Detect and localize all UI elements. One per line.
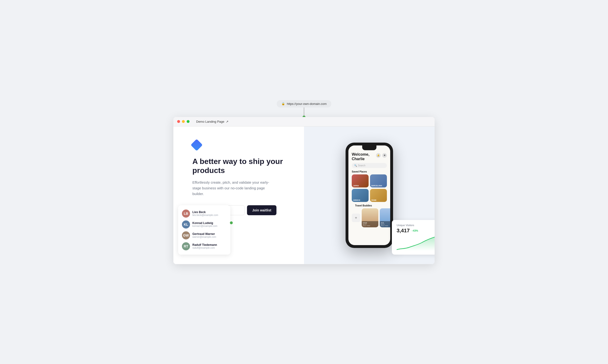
analytics-card: Unique Visitors 3,417 ↑43%: [392, 220, 435, 255]
maximize-dot[interactable]: [187, 120, 189, 123]
phone-screen: Welcome, Charlie 🔔 ⊞ 🔍 Search: [348, 145, 390, 245]
phone-notch: [362, 145, 377, 150]
place-card-barcelona: BARCELONA: [370, 174, 387, 187]
place-card-rome: ROME: [370, 189, 387, 202]
places-grid: JAPAN BARCELONA GREECE ROME: [348, 174, 390, 204]
user-item-3: RT Radulf Tiedemann radulf@example.com: [182, 241, 227, 252]
travel-buddies-section: Travel Buddies + Ashok Age 28 Status: Fr…: [348, 204, 390, 227]
user-item-1: KL Konrad Ludwig konrad.l@example.com: [182, 219, 227, 230]
user-name-1: Konrad Ludwig: [192, 221, 217, 225]
place-label-barcelona: BARCELONA: [371, 185, 382, 186]
user-item-2: GW Gertraud Warner warner@example.com: [182, 230, 227, 241]
buddy-status-jack: Status: Friend: [381, 225, 390, 226]
buddy-card-jack: Jack Age 20 Status: Friend: [380, 208, 390, 227]
user-name-3: Radulf Tiedemann: [192, 243, 217, 247]
landing-content: A better way to ship your products Effor…: [173, 127, 304, 264]
close-dot[interactable]: [177, 120, 180, 123]
analytics-value-row: 3,417 ↑43%: [397, 228, 435, 234]
phone-header-icons: 🔔 ⊞: [376, 153, 387, 158]
logo-diamond: [191, 139, 203, 151]
browser-titlebar: Demo Landing Page ↗: [173, 117, 435, 127]
minimize-dot[interactable]: [182, 120, 185, 123]
url-connector-line: [304, 107, 304, 117]
user-info-konrad-ludwig: Konrad Ludwig konrad.l@example.com: [192, 221, 217, 227]
phone-mockup: Welcome, Charlie 🔔 ⊞ 🔍 Search: [346, 143, 393, 248]
buddy-info-jack: Jack Age 20 Status: Friend: [380, 221, 390, 227]
phone-icon-bell: 🔔: [376, 153, 381, 158]
buddy-card-ashok: Ashok Age 28 Status: Friend: [362, 208, 378, 227]
place-label-rome: ROME: [371, 199, 377, 201]
side-connector-dot: [230, 221, 233, 224]
place-label-japan: JAPAN: [353, 185, 359, 186]
buddy-status-ashok: Status: Friend: [363, 225, 377, 226]
avatar-gertraud-warner: GW: [182, 231, 190, 239]
travel-buddies-title: Travel Buddies: [352, 204, 387, 208]
phone-icon-grid: ⊞: [382, 153, 387, 158]
user-email-0: lies.beck@example.com: [192, 214, 218, 216]
phone-welcome-line2: Charlie: [352, 156, 369, 161]
user-info-gertraud-warner: Gertraud Warner warner@example.com: [192, 232, 216, 238]
users-card: LB Lies Beck lies.beck@example.com KL Ko…: [178, 205, 230, 255]
phone-search-bar: 🔍 Search: [352, 163, 387, 168]
user-item-0: LB Lies Beck lies.beck@example.com: [182, 208, 227, 219]
user-info-lies-beck: Lies Beck lies.beck@example.com: [192, 210, 218, 216]
external-link-icon: ↗: [226, 120, 229, 123]
user-name-0: Lies Beck: [192, 210, 218, 214]
buddy-info-ashok: Ashok Age 28 Status: Friend: [362, 221, 378, 227]
analytics-chart: [397, 237, 435, 251]
phone-welcome: Welcome, Charlie: [352, 152, 369, 161]
join-waitlist-button[interactable]: Join waitlist: [247, 205, 276, 215]
browser-tab[interactable]: Demo Landing Page ↗: [196, 120, 229, 123]
buddies-row: + Ashok Age 28 Status: Friend: [352, 208, 387, 227]
phone-search-icon: 🔍: [354, 164, 357, 167]
url-text: https://your-own-domain.com: [287, 102, 327, 105]
browser-content: A better way to ship your products Effor…: [173, 127, 435, 264]
avatar-radulf-tiedemann: RT: [182, 242, 190, 250]
analytics-title: Unique Visitors: [397, 224, 435, 227]
analytics-number: 3,417: [397, 228, 410, 234]
user-email-1: konrad.l@example.com: [192, 225, 217, 227]
avatar-lies-beck: LB: [182, 209, 190, 218]
user-email-3: radulf@example.com: [192, 247, 217, 249]
avatar-konrad-ludwig: KL: [182, 221, 190, 229]
right-panel: Welcome, Charlie 🔔 ⊞ 🔍 Search: [304, 127, 435, 264]
place-card-japan: JAPAN: [352, 174, 369, 187]
user-email-2: warner@example.com: [192, 236, 216, 238]
phone-welcome-line1: Welcome,: [352, 152, 369, 156]
tab-label: Demo Landing Page: [196, 120, 224, 123]
place-label-greece: GREECE: [353, 199, 360, 201]
lock-icon: 🔒: [282, 102, 285, 105]
user-info-radulf-tiedemann: Radulf Tiedemann radulf@example.com: [192, 243, 217, 249]
outer-wrapper: 🔒 https://your-own-domain.com Demo Landi…: [173, 100, 435, 264]
add-buddy-button[interactable]: +: [352, 214, 360, 222]
saved-places-title: Saved Places: [348, 170, 390, 174]
phone-search-text: Search: [358, 164, 365, 167]
hero-title: A better way to ship your products: [192, 157, 290, 175]
browser-window: Demo Landing Page ↗ A better way to ship…: [173, 117, 435, 264]
analytics-badge: ↑43%: [412, 229, 418, 232]
hero-subtitle: Effortlessly create, pitch, and validate…: [192, 180, 273, 197]
place-card-greece: GREECE: [352, 189, 369, 202]
url-bar: 🔒 https://your-own-domain.com: [277, 100, 332, 107]
user-name-2: Gertraud Warner: [192, 232, 216, 236]
